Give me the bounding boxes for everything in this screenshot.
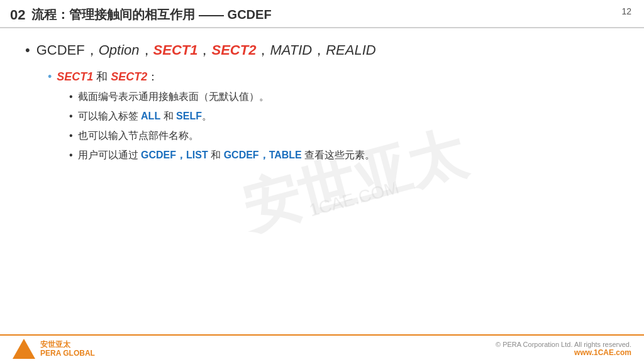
footer-url: www.1CAE.com [496,348,631,357]
main-bullet-dot: • [25,40,30,60]
and-mid: 和 [160,111,176,121]
subsub-bullet-1: • 截面编号表示通用接触表面（无默认值）。 [69,89,619,104]
subsub-text-4: 用户可以通过 GCDEF，LIST 和 GCDEF，TABLE 查看这些元素。 [78,148,375,163]
matid-label: MATID [270,42,312,58]
comma4: ， [312,42,326,58]
subsub-text-2: 可以输入标签 ALL 和 SELF。 [78,109,212,124]
subsub-bullet-3: • 也可以输入节点部件名称。 [69,128,619,143]
subsub-text-1: 截面编号表示通用接触表面（无默认值）。 [78,89,269,104]
logo-triangle-icon [13,339,35,359]
subsub-text-3: 也可以输入节点部件名称。 [78,128,199,143]
user-can-label: 用户可以通过 [78,150,141,160]
period-2: 。 [202,111,212,121]
subsub-bullet-2: • 可以输入标签 ALL 和 SELF。 [69,109,619,124]
slide-title: 流程：管理接触间的相互作用 —— GCDEF [31,6,271,23]
watermark-english: 1CAE.COM [307,177,401,221]
gcdef-table-label: GCDEF，TABLE [224,150,302,160]
logo-line2: PERA GLOBAL [40,349,95,358]
subsub-dot-2: • [69,111,73,122]
sect1-sub-label: SECT1 [57,70,93,83]
all-label: ALL [141,111,160,121]
main-content: • GCDEF，Option，SECT1，SECT2，MATID，REALID … [0,28,644,173]
sect1-label: SECT1 [153,42,198,58]
sect2-label: SECT2 [211,42,256,58]
subsub-dot-4: • [69,150,73,161]
copyright-text: © PERA Corporation Ltd. All rights reser… [496,341,631,348]
logo-text: 安世亚太 PERA GLOBAL [40,340,95,358]
sect2-sub-label: SECT2 [111,70,147,83]
sub-bullet-sect: • SECT1 和 SECT2： [48,69,619,84]
option-label: Option [99,42,140,58]
page-number: 12 [621,6,631,16]
comma2: ， [197,42,211,58]
main-bullet-1: • GCDEF，Option，SECT1，SECT2，MATID，REALID [25,40,619,60]
sub-bullet-text: SECT1 和 SECT2： [57,69,158,84]
subsub-dot-3: • [69,130,73,141]
and-text: 和 [93,70,111,83]
subsub-dot-1: • [69,91,73,102]
self-label: SELF [176,111,202,121]
see-elements: 查看这些元素。 [302,150,375,160]
comma3: ， [256,42,270,58]
logo-line1: 安世亚太 [40,340,70,349]
gcdef-label: GCDEF， [36,42,99,58]
realid-label: REALID [326,42,375,58]
comma1: ， [140,42,153,58]
footer-right: © PERA Corporation Ltd. All rights reser… [496,341,631,357]
header: 02 流程：管理接触间的相互作用 —— GCDEF 12 [0,0,644,28]
sub-bullet-dot: • [48,70,52,84]
gcdef-list-label: GCDEF，LIST [141,150,208,160]
subsub-list: • 截面编号表示通用接触表面（无默认值）。 • 可以输入标签 ALL 和 SEL… [69,89,619,163]
can-input-label: 可以输入标签 [78,111,141,121]
subsub-bullet-4: • 用户可以通过 GCDEF，LIST 和 GCDEF，TABLE 查看这些元素… [69,148,619,163]
footer-logo: 安世亚太 PERA GLOBAL [13,339,95,359]
sub-list: • SECT1 和 SECT2： • 截面编号表示通用接触表面（无默认值）。 •… [48,69,619,163]
and-last: 和 [208,150,224,160]
slide-number: 02 [10,7,25,23]
colon: ： [147,70,158,83]
footer: 安世亚太 PERA GLOBAL © PERA Corporation Ltd.… [0,334,644,362]
main-bullet-text: GCDEF，Option，SECT1，SECT2，MATID，REALID [36,40,376,60]
